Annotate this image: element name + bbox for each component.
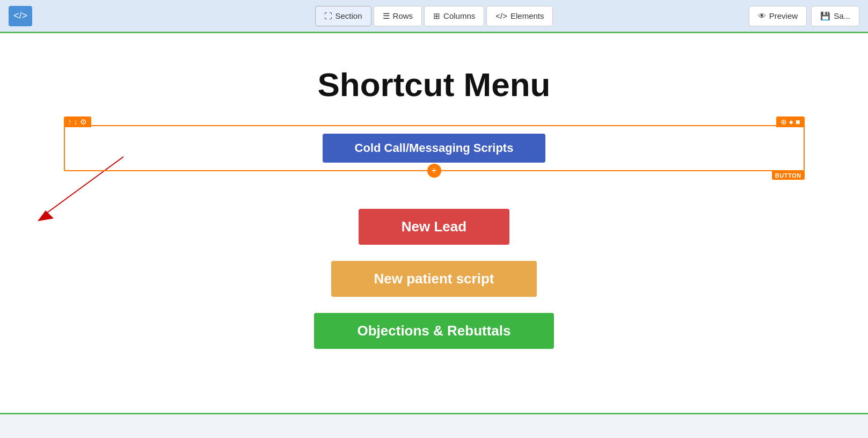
row-handle-right: ⊕ ● ■ <box>776 116 805 127</box>
elements-icon: </> <box>495 11 507 20</box>
new-patient-button[interactable]: New patient script <box>331 261 537 297</box>
add-element-button[interactable]: + <box>427 164 441 178</box>
toolbar-right: 👁 Preview 💾 Sa... <box>749 6 859 26</box>
duplicate-icon[interactable]: ● <box>789 118 793 126</box>
toolbar-left: </> <box>9 6 32 26</box>
new-patient-label: New patient script <box>374 271 494 287</box>
row-handle-left: ↑ ↓ ⚙ <box>64 116 91 127</box>
save-button[interactable]: 💾 Sa... <box>811 6 859 26</box>
button-type-tag: BUTTON <box>772 171 805 180</box>
move-up-icon[interactable]: ↑ <box>68 118 72 126</box>
elements-button[interactable]: </> Elements <box>486 6 553 26</box>
columns-label: Columns <box>443 11 475 20</box>
rows-label: Rows <box>393 11 413 20</box>
menu-buttons-container: New Lead New patient script Objections &… <box>314 209 553 349</box>
preview-label: Preview <box>769 11 798 20</box>
main-area: Shortcut Menu ↑ ↓ ⚙ ⊕ ● ■ Cold Call/Mess… <box>0 33 868 414</box>
svg-marker-1 <box>38 210 54 221</box>
save-label: Sa... <box>834 11 850 20</box>
delete-icon[interactable]: ■ <box>796 118 800 126</box>
save-icon: 💾 <box>820 11 830 21</box>
preview-icon: 👁 <box>758 11 766 20</box>
toolbar-center: ⛶ Section ☰ Rows ⊞ Columns </> Elements <box>315 6 553 26</box>
elements-label: Elements <box>510 11 544 20</box>
toolbar: </> ⛶ Section ☰ Rows ⊞ Columns </> Eleme… <box>0 0 868 33</box>
cold-call-label: Cold Call/Messaging Scripts <box>355 141 514 155</box>
add-col-icon[interactable]: ⊕ <box>781 118 787 126</box>
columns-button[interactable]: ⊞ Columns <box>424 6 484 26</box>
move-down-icon[interactable]: ↓ <box>74 118 78 126</box>
code-button[interactable]: </> <box>9 6 32 26</box>
plus-icon: + <box>431 165 437 177</box>
objections-button[interactable]: Objections & Rebuttals <box>314 313 553 349</box>
expand-icon: ⛶ <box>324 11 332 20</box>
code-icon: </> <box>13 10 27 21</box>
new-lead-button[interactable]: New Lead <box>359 209 509 245</box>
new-lead-label: New Lead <box>402 218 466 235</box>
page-title: Shortcut Menu <box>318 65 551 104</box>
preview-button[interactable]: 👁 Preview <box>749 6 807 26</box>
cold-call-button[interactable]: Cold Call/Messaging Scripts <box>323 134 546 163</box>
section-label: Section <box>335 11 362 20</box>
rows-icon: ☰ <box>383 11 390 21</box>
objections-label: Objections & Rebuttals <box>357 323 510 339</box>
rows-button[interactable]: ☰ Rows <box>374 6 422 26</box>
section-button[interactable]: ⛶ Section <box>315 6 371 26</box>
settings-icon[interactable]: ⚙ <box>80 118 87 126</box>
selected-row-container: ↑ ↓ ⚙ ⊕ ● ■ Cold Call/Messaging Scripts … <box>64 125 805 171</box>
columns-icon: ⊞ <box>433 11 440 21</box>
